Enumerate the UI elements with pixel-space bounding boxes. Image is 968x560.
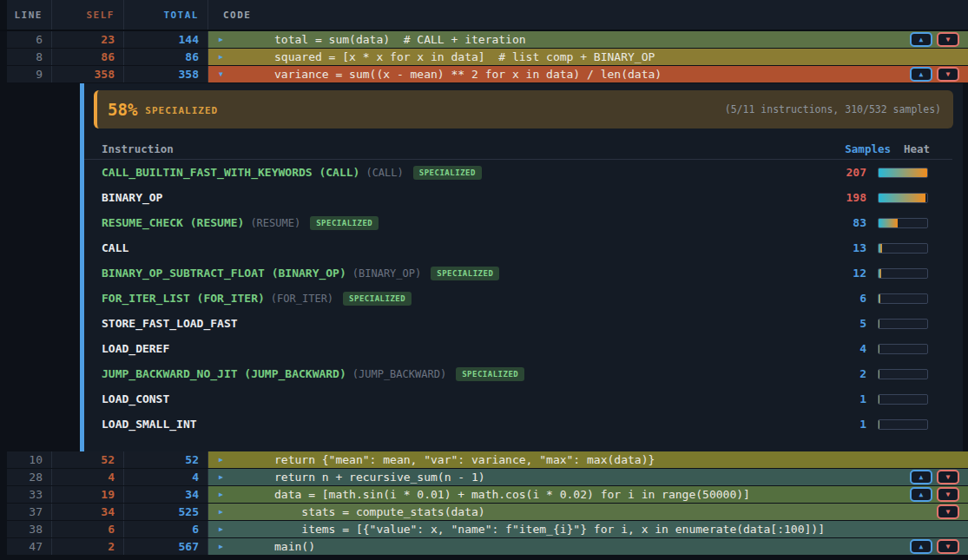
code-text: main() — [274, 538, 315, 555]
instruction-samples: 2 — [814, 367, 866, 380]
line-number: 47 — [7, 538, 52, 555]
heat-bar-fill — [879, 395, 879, 404]
code-cell[interactable]: ▶total = sum(data) # CALL + iteration▲▼ — [208, 31, 968, 48]
move-up-button[interactable]: ▲ — [910, 470, 932, 484]
code-cell[interactable]: ▶ stats = compute_stats(data)▼ — [208, 504, 968, 520]
move-down-button[interactable]: ▼ — [937, 504, 959, 519]
move-down-button[interactable]: ▼ — [937, 32, 959, 47]
self-samples: 4 — [52, 469, 124, 485]
total-samples: 86 — [124, 49, 208, 65]
line-number: 28 — [7, 469, 52, 485]
expand-icon[interactable]: ▶ — [219, 31, 223, 48]
code-cell[interactable]: ▶return n + recursive_sum(n - 1)▲▼ — [208, 469, 968, 485]
instruction-name-cell: FOR_ITER_LIST (FOR_ITER)(FOR_ITER)SPECIA… — [102, 292, 814, 306]
code-cell[interactable]: ▶ items = [{"value": x, "name": f"item_{… — [208, 521, 968, 537]
instruction-heat-cell — [878, 394, 928, 405]
specialized-badge: SPECIALIZED — [310, 216, 379, 230]
code-line-row[interactable]: 2844▶return n + recursive_sum(n - 1)▲▼ — [0, 469, 968, 486]
code-line-row[interactable]: 472567▶main()▲▼ — [0, 538, 968, 556]
move-down-button[interactable]: ▼ — [937, 539, 959, 554]
instruction-name-cell: BINARY_OP_SUBTRACT_FLOAT (BINARY_OP)(BIN… — [102, 267, 814, 280]
collapse-icon[interactable]: ▼ — [219, 66, 223, 82]
instruction-samples: 1 — [814, 392, 866, 405]
code-cell[interactable]: ▶data = [math.sin(i * 0.01) + math.cos(i… — [208, 486, 968, 503]
heat-bar-fill — [879, 194, 925, 202]
instruction-name-cell: CALL_BUILTIN_FAST_WITH_KEYWORDS (CALL)(C… — [102, 166, 814, 180]
line-number: 38 — [7, 521, 52, 537]
expand-icon[interactable]: ▶ — [219, 504, 223, 520]
move-down-button[interactable]: ▼ — [937, 487, 959, 502]
instruction-name: BINARY_OP — [102, 191, 162, 204]
instruction-heat-cell — [878, 369, 928, 379]
instruction-name-cell: CALL — [102, 241, 814, 254]
instruction-name: BINARY_OP_SUBTRACT_FLOAT (BINARY_OP) — [102, 267, 346, 280]
self-samples: 19 — [52, 486, 124, 503]
self-samples: 358 — [52, 66, 124, 82]
move-up-button[interactable]: ▲ — [910, 487, 932, 502]
total-samples: 52 — [124, 451, 208, 468]
code-text: return {"mean": mean, "var": variance, "… — [274, 451, 655, 468]
move-up-button[interactable]: ▲ — [910, 539, 932, 554]
instruction-samples: 5 — [814, 317, 866, 330]
expand-icon[interactable]: ▶ — [219, 486, 223, 503]
expand-icon[interactable]: ▶ — [219, 49, 223, 65]
row-left-spacer — [0, 469, 7, 485]
specialized-percent: 58% — [108, 100, 137, 119]
total-samples: 567 — [124, 538, 208, 555]
code-line-row[interactable]: 9358358▼variance = sum((x - mean) ** 2 f… — [0, 66, 968, 83]
row-nav-buttons: ▲▼ — [910, 487, 959, 502]
row-left-spacer — [0, 66, 7, 82]
code-cell[interactable]: ▶squared = [x * x for x in data] # list … — [208, 49, 968, 65]
code-text: total = sum(data) # CALL + iteration — [274, 31, 526, 48]
heat-bar-track — [878, 268, 928, 279]
heat-bar-track — [878, 319, 928, 329]
specialization-stats: (5/11 instructions, 310/532 samples) — [725, 103, 941, 115]
expand-icon[interactable]: ▶ — [219, 521, 223, 537]
instruction-name-cell: JUMP_BACKWARD_NO_JIT (JUMP_BACKWARD)(JUM… — [102, 367, 814, 381]
column-header-instruction: Instruction — [102, 142, 839, 155]
code-cell[interactable]: ▶main()▲▼ — [208, 538, 968, 555]
code-line-row[interactable]: 88686▶squared = [x * x for x in data] # … — [0, 49, 968, 66]
instruction-row: LOAD_DEREF4 — [84, 336, 963, 361]
code-cell[interactable]: ▼variance = sum((x - mean) ** 2 for x in… — [208, 66, 968, 82]
instruction-heat-cell — [878, 268, 928, 279]
column-header-samples: Samples — [839, 142, 891, 155]
total-samples: 4 — [124, 469, 208, 485]
code-text: items = [{"value": x, "name": f"item_{i}… — [274, 521, 825, 537]
heat-bar-track — [878, 243, 928, 254]
expand-icon[interactable]: ▶ — [219, 451, 223, 468]
heat-bar-fill — [879, 294, 880, 303]
instruction-name: JUMP_BACKWARD_NO_JIT (JUMP_BACKWARD) — [102, 367, 346, 380]
move-down-button[interactable]: ▼ — [937, 67, 959, 82]
instruction-samples: 1 — [814, 418, 866, 431]
total-samples: 6 — [124, 521, 208, 537]
code-line-row[interactable]: 623144▶total = sum(data) # CALL + iterat… — [0, 31, 968, 49]
total-samples: 34 — [124, 486, 208, 503]
expand-icon[interactable]: ▶ — [219, 469, 223, 485]
code-line-row[interactable]: 3866▶ items = [{"value": x, "name": f"it… — [0, 521, 968, 538]
instruction-name: LOAD_SMALL_INT — [102, 418, 197, 431]
instruction-name: CALL — [102, 241, 128, 254]
code-line-row[interactable]: 331934▶data = [math.sin(i * 0.01) + math… — [0, 486, 968, 504]
instruction-row: FOR_ITER_LIST (FOR_ITER)(FOR_ITER)SPECIA… — [84, 286, 963, 311]
code-line-row[interactable]: 3734525▶ stats = compute_stats(data)▼ — [0, 504, 968, 521]
instruction-heat-cell — [878, 319, 928, 329]
self-samples: 52 — [52, 451, 124, 468]
instruction-name: LOAD_CONST — [102, 392, 169, 405]
heat-bar-track — [878, 344, 928, 354]
code-line-row[interactable]: 105252▶return {"mean": mean, "var": vari… — [0, 451, 968, 469]
move-up-button[interactable]: ▲ — [910, 32, 932, 47]
column-header-code: CODE — [208, 0, 968, 30]
move-down-button[interactable]: ▼ — [937, 470, 959, 484]
instruction-row: STORE_FAST_LOAD_FAST5 — [84, 311, 963, 336]
self-samples: 86 — [52, 49, 124, 65]
heat-bar-fill — [879, 345, 879, 353]
heat-bar-track — [878, 369, 928, 379]
column-header-heat: Heat — [902, 142, 952, 155]
instruction-name-cell: BINARY_OP — [102, 191, 814, 204]
row-left-spacer — [0, 31, 7, 48]
code-cell[interactable]: ▶return {"mean": mean, "var": variance, … — [208, 451, 968, 468]
code-text: squared = [x * x for x in data] # list c… — [274, 49, 655, 65]
expand-icon[interactable]: ▶ — [219, 538, 223, 555]
move-up-button[interactable]: ▲ — [910, 67, 932, 82]
